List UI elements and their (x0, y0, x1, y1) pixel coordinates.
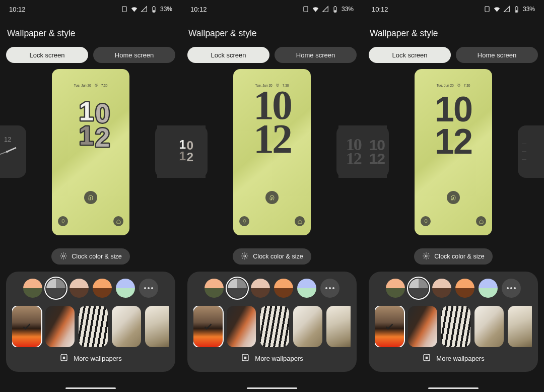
wallpaper-panel: More wallpapers (187, 272, 357, 372)
wallpaper-thumb-3[interactable] (474, 306, 504, 347)
wallpaper-thumb-1[interactable] (45, 306, 75, 347)
wallpaper-thumb-4[interactable] (326, 306, 351, 347)
cell-signal-icon (503, 6, 510, 13)
color-swatch-row (12, 279, 169, 298)
home-shortcut-icon (476, 216, 486, 226)
more-wallpapers-button[interactable]: More wallpapers (375, 353, 532, 364)
clock-style-option-left[interactable]: 1 0 1 2 (157, 125, 208, 178)
gesture-nav-bar[interactable] (65, 387, 116, 389)
wallpaper-icon (241, 353, 250, 364)
page-title: Wallpaper & style (7, 28, 174, 39)
color-swatch-2[interactable] (251, 279, 270, 298)
wallpaper-thumb-2[interactable] (79, 306, 108, 347)
clock-color-size-button[interactable]: Clock color & size (414, 248, 492, 265)
wallpaper-thumb-row (12, 306, 169, 347)
lockscreen-preview[interactable]: Tue, Jun 20 7:30 1 0 1 2 (52, 69, 129, 235)
battery-icon (331, 6, 339, 13)
tab-lock-screen[interactable]: Lock screen (369, 47, 451, 63)
wallpaper-thumb-row (193, 306, 351, 347)
lockscreen-preview[interactable]: Tue, Jun 20 7:30 10 12 (233, 69, 311, 235)
color-swatch-4[interactable] (479, 279, 498, 298)
wallpaper-thumb-3[interactable] (293, 306, 322, 347)
home-shortcut-icon (113, 216, 123, 226)
wallpaper-icon (59, 353, 69, 364)
wallpaper-thumb-1[interactable] (227, 306, 256, 347)
cell-signal-icon (141, 6, 148, 13)
svg-text:2: 2 (95, 123, 110, 152)
color-swatch-1[interactable] (46, 279, 65, 298)
tab-home-screen[interactable]: Home screen (93, 47, 175, 63)
device-pane-1: 10:12 33% Wallpaper & style Lock screen … (181, 0, 363, 392)
wallpaper-thumb-2[interactable] (260, 306, 289, 347)
device-pane-2: 10:12 33% Wallpaper & style Lock screen … (363, 0, 544, 392)
status-bar: 10:12 33% (369, 0, 538, 16)
clock-color-size-button[interactable]: Clock color & size (51, 248, 129, 265)
home-shortcut-icon (295, 216, 305, 226)
wallpaper-thumb-4[interactable] (508, 306, 532, 347)
svg-text:1: 1 (179, 149, 186, 163)
wifi-icon (130, 6, 138, 13)
color-swatch-0[interactable] (205, 279, 224, 298)
svg-line-0 (7, 148, 16, 152)
lockscreen-preview[interactable]: Tue, Jun 20 7:30 10 12 (415, 69, 492, 235)
screen-icon (302, 6, 309, 13)
color-swatch-3[interactable] (93, 279, 112, 298)
more-colors-button[interactable] (139, 279, 158, 298)
tab-lock-screen[interactable]: Lock screen (187, 47, 269, 63)
wallpaper-thumb-1[interactable] (408, 306, 437, 347)
svg-point-2 (6, 151, 8, 153)
gesture-nav-bar[interactable] (247, 387, 297, 389)
color-swatch-1[interactable] (228, 279, 247, 298)
color-swatch-1[interactable] (409, 279, 428, 298)
tab-lock-screen[interactable]: Lock screen (6, 47, 88, 63)
wallpaper-thumb-0[interactable] (12, 306, 41, 347)
wallpaper-thumb-row (375, 306, 532, 347)
flashlight-icon (239, 216, 249, 226)
svg-text:1: 1 (79, 121, 94, 150)
color-swatch-4[interactable] (116, 279, 135, 298)
device-pane-0: 10:12 33% Wallpaper & style Lock screen … (0, 0, 181, 392)
gesture-nav-bar[interactable] (428, 387, 479, 389)
color-swatch-0[interactable] (23, 279, 42, 298)
fingerprint-icon (265, 191, 279, 204)
fingerprint-icon (447, 191, 460, 204)
more-colors-button[interactable] (502, 279, 521, 298)
color-swatch-2[interactable] (432, 279, 451, 298)
more-wallpapers-button[interactable]: More wallpapers (12, 353, 169, 364)
gear-icon (59, 252, 67, 262)
wifi-icon (493, 6, 501, 13)
clock-color-size-button[interactable]: Clock color & size (233, 248, 311, 265)
tab-home-screen[interactable]: Home screen (275, 47, 357, 63)
page-title: Wallpaper & style (370, 28, 537, 39)
lockscreen-clock: 10 12 (233, 88, 311, 156)
wallpaper-thumb-3[interactable] (112, 306, 141, 347)
status-time: 10:12 (190, 6, 207, 13)
wallpaper-panel: More wallpapers (6, 272, 175, 372)
color-swatch-0[interactable] (386, 279, 405, 298)
flashlight-icon (421, 216, 431, 226)
wallpaper-thumb-0[interactable] (193, 306, 223, 347)
tab-home-screen[interactable]: Home screen (456, 47, 538, 63)
battery-pct: 33% (342, 6, 354, 13)
wallpaper-thumb-0[interactable] (375, 306, 404, 347)
color-swatch-3[interactable] (455, 279, 474, 298)
clock-style-option-left[interactable]: 10121012 (338, 125, 389, 178)
clock-style-option-left[interactable]: 12 9 (0, 125, 26, 178)
battery-icon (513, 6, 520, 13)
wallpaper-thumb-2[interactable] (441, 306, 470, 347)
more-colors-button[interactable] (320, 279, 339, 298)
color-swatch-row (375, 279, 532, 298)
color-swatch-3[interactable] (274, 279, 293, 298)
clock-style-option-right[interactable]: ——— (518, 125, 544, 178)
lockscreen-clock: 10 12 (415, 93, 492, 158)
lockscreen-date-row: Tue, Jun 20 7:30 (415, 83, 492, 87)
color-swatch-4[interactable] (297, 279, 316, 298)
lockscreen-date-row: Tue, Jun 20 7:30 (52, 83, 129, 87)
status-time: 10:12 (9, 6, 26, 13)
gear-icon (241, 252, 249, 262)
wifi-icon (312, 6, 319, 13)
more-wallpapers-button[interactable]: More wallpapers (193, 353, 351, 364)
color-swatch-2[interactable] (70, 279, 89, 298)
screen-icon (484, 6, 491, 13)
wallpaper-thumb-4[interactable] (145, 306, 169, 347)
